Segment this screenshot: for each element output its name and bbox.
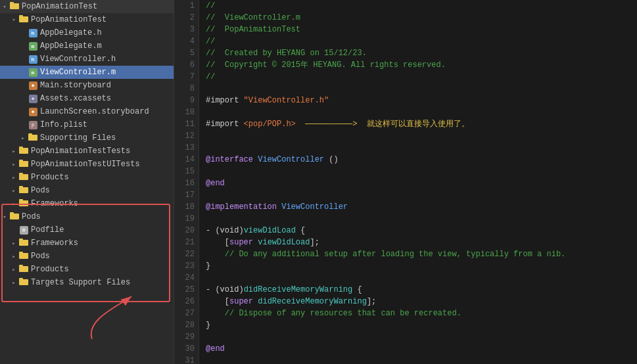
svg-rect-24 <box>19 279 28 285</box>
tree-arrow <box>9 279 18 286</box>
code-line: @implementation ViewController <box>206 201 630 213</box>
tree-item-Pods1[interactable]: Pods <box>0 184 174 197</box>
code-content[interactable]: //// ViewController.m// PopAnimationTest… <box>199 0 637 364</box>
token: { <box>352 284 362 296</box>
tree-icon-folder <box>18 277 29 288</box>
line-number: 18 <box>174 201 195 213</box>
code-line: // Copyright © 2015年 HEYANG. All rights … <box>206 59 630 71</box>
tree-item-main-group[interactable]: PopAnimationTest <box>0 13 174 26</box>
token: // Created by HEYANG on 15/12/23. <box>206 47 367 59</box>
token: (void) <box>215 284 243 296</box>
svg-rect-8 <box>19 161 28 167</box>
tree-label: Pods <box>31 186 50 195</box>
token: #import <box>206 95 244 106</box>
token <box>253 296 258 307</box>
token: // PopAnimationTest <box>206 24 300 35</box>
code-line: // Do any additional setup after loading… <box>206 248 630 260</box>
tree-item-Pods2[interactable]: Pods <box>0 250 174 263</box>
tree-item-ViewController.h[interactable]: hViewController.h <box>0 53 174 66</box>
line-number: 5 <box>174 47 195 59</box>
svg-rect-22 <box>19 266 28 272</box>
token: viewDidLoad <box>244 225 296 237</box>
token: @implementation <box>206 201 281 213</box>
tree-icon-h: h <box>28 55 38 64</box>
tree-item-Main.storyboard[interactable]: ◉Main.storyboard <box>0 79 174 92</box>
tree-arrow <box>9 187 18 194</box>
line-number: 12 <box>174 130 195 142</box>
token: - <box>206 284 215 296</box>
code-line: @interface ViewController () <box>206 154 630 166</box>
tree-icon-storyboard: ◉ <box>28 81 38 90</box>
line-number: 1 <box>174 0 195 12</box>
code-line: @end <box>206 343 630 355</box>
tree-item-LaunchScreen.storyboard[interactable]: ◉LaunchScreen.storyboard <box>0 105 174 118</box>
line-number: 31 <box>174 355 195 364</box>
tree-item-TargetsSupport[interactable]: Targets Support Files <box>0 276 174 289</box>
svg-rect-11 <box>19 173 23 175</box>
tree-item-AppDelegate.h[interactable]: hAppDelegate.h <box>0 26 174 39</box>
tree-label: PopAnimationTest <box>31 15 106 24</box>
tree-item-Frameworks2[interactable]: Frameworks <box>0 237 174 250</box>
tree-icon-xcassets: ◈ <box>28 95 38 103</box>
token: ]; <box>310 237 319 248</box>
token: ——————————> <box>296 118 358 130</box>
tree-arrow <box>9 240 18 247</box>
svg-rect-2 <box>19 16 28 22</box>
tree-item-SupportingFiles[interactable]: Supporting Files <box>0 131 174 145</box>
tree-icon-m: m <box>28 68 38 77</box>
line-number: 17 <box>174 189 195 201</box>
line-number: 3 <box>174 24 195 35</box>
line-number: 20 <box>174 225 195 237</box>
tree-icon-root-folder <box>9 212 20 222</box>
tree-item-Assets.xcassets[interactable]: ◈Assets.xcassets <box>0 92 174 105</box>
svg-rect-4 <box>28 135 37 141</box>
code-line: // <box>206 71 630 83</box>
tree-item-Podfile[interactable]: ▤Podfile <box>0 223 174 237</box>
tree-icon-storyboard: ◉ <box>28 108 38 116</box>
token: // Dispose of any resources that can be … <box>225 307 461 319</box>
tree-label: Info.plist <box>40 120 87 129</box>
line-number: 22 <box>174 248 195 260</box>
token: // <box>206 35 215 47</box>
tree-label: Frameworks <box>31 239 78 248</box>
code-line <box>206 189 630 201</box>
line-number: 14 <box>174 154 195 166</box>
tree-item-TestsGroup[interactable]: PopAnimationTestTests <box>0 145 174 158</box>
tree-arrow <box>18 135 28 142</box>
line-number: 25 <box>174 284 195 296</box>
svg-rect-23 <box>19 265 23 267</box>
tree-item-AppDelegate.m[interactable]: mAppDelegate.m <box>0 39 174 53</box>
token <box>206 307 225 319</box>
tree-item-PodsGroup[interactable]: Pods <box>0 210 174 223</box>
tree-icon-h: h <box>28 29 38 37</box>
token <box>206 248 225 260</box>
code-line <box>206 83 630 95</box>
code-line: #import "ViewController.h" <box>206 95 630 106</box>
tree-item-Products1[interactable]: Products <box>0 171 174 184</box>
svg-rect-17 <box>10 212 14 214</box>
token: #import <box>206 118 244 130</box>
code-line: - (void)viewDidLoad { <box>206 225 630 237</box>
svg-rect-10 <box>19 174 28 180</box>
tree-item-root[interactable]: PopAnimationTest <box>0 0 174 13</box>
tree-item-UITestsGroup[interactable]: PopAnimationTestUITests <box>0 158 174 171</box>
svg-rect-20 <box>19 253 28 259</box>
tree-arrow <box>9 16 18 24</box>
token: // ViewController.m <box>206 12 300 24</box>
tree-item-Frameworks1[interactable]: Frameworks <box>0 197 174 210</box>
token: (void) <box>215 225 243 237</box>
tree-label: Assets.xcassets <box>40 94 111 103</box>
token: // <box>206 71 215 83</box>
tree-item-Products2[interactable]: Products <box>0 263 174 276</box>
token: didReceiveMemoryWarning <box>244 284 353 296</box>
code-editor: 1234567891011121314151617181920212223242… <box>174 0 637 364</box>
tree-label: Frameworks <box>31 199 78 208</box>
tree-label: LaunchScreen.storyboard <box>40 107 149 116</box>
token: { <box>296 225 305 237</box>
tree-arrow <box>0 214 9 221</box>
token: super <box>229 296 253 307</box>
tree-item-Info.plist[interactable]: pInfo.plist <box>0 118 174 131</box>
tree-item-ViewController.m[interactable]: mViewController.m <box>0 66 174 79</box>
line-number: 27 <box>174 307 195 319</box>
code-line: #import <pop/POP.h> ——————————> 就这样可以直接导… <box>206 118 630 130</box>
